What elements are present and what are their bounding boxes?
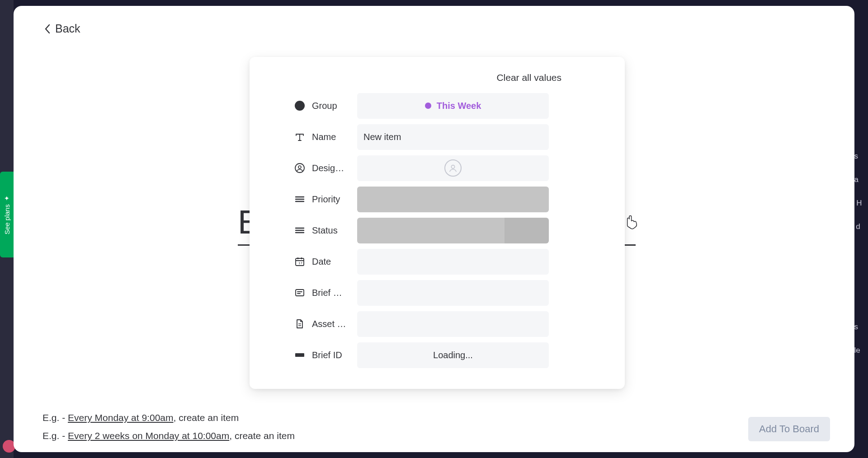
board-relation-icon <box>294 287 306 299</box>
status-column-icon <box>294 193 306 205</box>
see-plans-tab[interactable]: See plans ✦ <box>0 172 14 257</box>
svg-text:17: 17 <box>298 261 302 265</box>
date-value[interactable] <box>357 249 549 275</box>
asset-value[interactable] <box>357 311 549 337</box>
person-placeholder-icon <box>444 159 462 177</box>
field-row-group: Group This Week <box>271 93 617 119</box>
hand-cursor-icon <box>625 215 638 232</box>
calendar-icon: 17 <box>294 256 306 267</box>
back-button[interactable]: Back <box>44 22 80 35</box>
field-label: Priority <box>312 194 351 205</box>
modal-footer: E.g. - Every Monday at 9:00am, create an… <box>42 412 830 441</box>
brief-id-value[interactable]: Loading... <box>357 342 549 368</box>
group-value[interactable]: This Week <box>357 93 549 119</box>
person-icon <box>294 162 306 174</box>
svg-rect-5 <box>296 290 304 296</box>
field-label: Group <box>312 101 351 111</box>
status-value[interactable] <box>357 218 549 243</box>
example-line-1: E.g. - Every Monday at 9:00am, create an… <box>42 412 295 423</box>
group-color-dot <box>425 103 431 109</box>
file-icon <box>294 318 306 330</box>
field-label: Brief … <box>312 288 351 298</box>
field-label: Date <box>312 257 351 267</box>
designer-value[interactable] <box>357 155 549 181</box>
field-row-designer: Desig… <box>271 155 617 181</box>
examples-block: E.g. - Every Monday at 9:00am, create an… <box>42 412 295 441</box>
text-icon <box>294 131 306 143</box>
priority-value[interactable] <box>357 187 549 212</box>
example-line-2: E.g. - Every 2 weeks on Monday at 10:00a… <box>42 430 295 441</box>
field-row-asset: Asset … <box>271 311 617 337</box>
field-label: Name <box>312 132 351 142</box>
field-row-brief-link: Brief … <box>271 280 617 306</box>
fields-scroll-area[interactable]: Group This Week Name New item <box>271 93 618 375</box>
svg-rect-6 <box>295 353 304 357</box>
sparkle-icon: ✦ <box>3 195 10 202</box>
field-label: Desig… <box>312 163 351 173</box>
modal-header: Back <box>14 6 854 36</box>
see-plans-label: See plans <box>3 205 11 235</box>
back-label: Back <box>55 22 80 35</box>
group-name: This Week <box>437 101 481 111</box>
modal-body: E Clear all values Group This Week <box>14 36 854 453</box>
chevron-left-icon <box>44 23 51 34</box>
automation-modal: Back E Clear all values Group This Week <box>14 6 854 452</box>
clear-all-values-button[interactable]: Clear all values <box>495 70 562 85</box>
item-id-icon <box>294 349 306 361</box>
field-row-name: Name New item <box>271 124 617 150</box>
brief-link-value[interactable] <box>357 280 549 306</box>
field-row-status: Status <box>271 218 617 243</box>
field-row-priority: Priority <box>271 187 617 212</box>
field-label: Brief ID <box>312 350 351 360</box>
name-input[interactable]: New item <box>357 124 549 150</box>
svg-point-2 <box>451 165 454 168</box>
group-icon <box>294 100 306 112</box>
field-row-date: 17 Date <box>271 249 617 275</box>
field-row-brief-id: Brief ID Loading... <box>271 342 617 368</box>
item-template-card: Clear all values Group This Week <box>250 57 625 389</box>
field-label: Asset … <box>312 319 351 329</box>
status-column-icon <box>294 224 306 236</box>
svg-point-0 <box>295 164 304 173</box>
svg-point-1 <box>298 166 301 168</box>
add-to-board-button[interactable]: Add To Board <box>748 417 830 441</box>
field-label: Status <box>312 225 351 236</box>
